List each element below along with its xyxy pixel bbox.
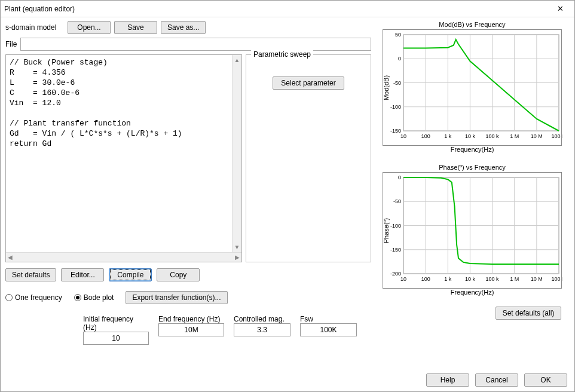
one-frequency-radio[interactable]: One frequency [5, 293, 62, 302]
code-editor[interactable]: // Buck (Power stage) R = 4.356 L = 30.0… [5, 54, 242, 262]
svg-text:-100: -100 [390, 104, 401, 110]
magnitude-chart: Mod(dB) 101001 k10 k100 k1 M10 M100 M500… [383, 29, 562, 146]
svg-text:100 M: 100 M [551, 133, 562, 139]
svg-text:0: 0 [398, 174, 401, 180]
svg-text:100 k: 100 k [486, 276, 500, 282]
svg-text:-200: -200 [390, 271, 401, 277]
bode-plot-label: Bode plot [84, 293, 114, 302]
svg-text:100 M: 100 M [551, 276, 562, 282]
left-panel: s-domain model Open... Save Save as... F… [5, 21, 371, 364]
save-button[interactable]: Save [114, 21, 157, 34]
controlled-mag-label: Controlled mag. [234, 315, 290, 323]
svg-text:1 M: 1 M [510, 133, 519, 139]
initial-frequency-field: Initial frequency (Hz) [83, 315, 149, 345]
svg-text:10: 10 [400, 276, 406, 282]
svg-text:100: 100 [421, 133, 430, 139]
svg-text:-50: -50 [393, 80, 401, 86]
set-defaults-button[interactable]: Set defaults [5, 268, 56, 281]
copy-button[interactable]: Copy [157, 268, 200, 281]
open-button[interactable]: Open... [68, 21, 111, 34]
svg-text:0: 0 [398, 56, 401, 62]
file-label: File [5, 40, 17, 48]
magnitude-chart-title: Mod(dB) vs Frequency [377, 21, 567, 28]
magnitude-chart-xlabel: Frequency(Hz) [377, 146, 567, 153]
bode-plot-radio[interactable]: Bode plot [74, 293, 114, 302]
export-tf-button[interactable]: Export transfer function(s)... [126, 291, 227, 304]
initial-frequency-input[interactable] [83, 332, 149, 345]
initial-frequency-label: Initial frequency (Hz) [83, 315, 149, 332]
domain-label: s-domain model [5, 23, 64, 32]
svg-text:-150: -150 [390, 247, 401, 253]
svg-text:10 k: 10 k [465, 276, 476, 282]
end-frequency-input[interactable] [158, 323, 224, 336]
radio-dot-icon [5, 294, 13, 301]
ok-button[interactable]: OK [524, 373, 567, 387]
svg-text:10: 10 [400, 133, 406, 139]
mode-row: One frequency Bode plot Export transfer … [5, 291, 371, 304]
window: Plant (equation editor) ✕ s-domain model… [0, 0, 575, 392]
editor-buttons-row: Set defaults Editor... Compile Copy [5, 268, 371, 281]
radio-dot-icon [74, 294, 81, 301]
close-icon[interactable]: ✕ [549, 2, 571, 16]
svg-text:100: 100 [421, 276, 430, 282]
svg-text:50: 50 [395, 32, 401, 38]
magnitude-chart-block: Mod(dB) vs Frequency Mod(dB) 101001 k10 … [377, 21, 567, 153]
file-path-input[interactable] [20, 38, 371, 51]
one-frequency-label: One frequency [15, 293, 62, 302]
fsw-label: Fsw [300, 315, 357, 323]
frequency-fields-row: Initial frequency (Hz) End frequency (Hz… [5, 315, 371, 345]
controlled-mag-input[interactable] [234, 323, 290, 336]
fsw-input[interactable] [300, 323, 357, 336]
scrollbar-horizontal[interactable]: ◀▶ [6, 252, 241, 262]
end-frequency-label: End frequency (Hz) [158, 315, 224, 323]
help-button[interactable]: Help [426, 373, 469, 387]
phase-chart-ylabel: Phase(º) [383, 218, 390, 243]
phase-chart-xlabel: Frequency(Hz) [377, 289, 567, 296]
editor-row: // Buck (Power stage) R = 4.356 L = 30.0… [5, 54, 371, 262]
cancel-button[interactable]: Cancel [475, 373, 518, 387]
scrollbar-vertical[interactable]: ▲▼ [232, 55, 241, 252]
svg-text:1 M: 1 M [510, 276, 519, 282]
saveas-button[interactable]: Save as... [161, 21, 206, 34]
window-title: Plant (equation editor) [4, 5, 549, 13]
svg-text:1 k: 1 k [444, 276, 452, 282]
phase-chart-block: Phase(º) vs Frequency Phase(º) 101001 k1… [377, 164, 567, 296]
svg-text:10 k: 10 k [465, 133, 476, 139]
compile-button[interactable]: Compile [109, 268, 152, 281]
phase-chart: Phase(º) 101001 k10 k100 k1 M10 M100 M0-… [383, 172, 562, 289]
top-toolbar: s-domain model Open... Save Save as... [5, 21, 371, 34]
file-row: File [5, 38, 371, 51]
parametric-sweep-legend: Parametric sweep [251, 50, 313, 59]
controlled-mag-field: Controlled mag. [234, 315, 290, 345]
svg-text:-150: -150 [390, 128, 401, 134]
titlebar: Plant (equation editor) ✕ [1, 1, 574, 17]
phase-chart-title: Phase(º) vs Frequency [377, 164, 567, 171]
parametric-sweep-group: Parametric sweep Select parameter [246, 54, 371, 262]
editor-button[interactable]: Editor... [61, 268, 104, 281]
phase-chart-svg: 101001 k10 k100 k1 M10 M100 M0-50-100-15… [383, 173, 562, 289]
svg-text:10 M: 10 M [531, 133, 543, 139]
client-area: s-domain model Open... Save Save as... F… [1, 17, 574, 369]
select-parameter-button[interactable]: Select parameter [273, 76, 344, 90]
magnitude-chart-ylabel: Mod(dB) [383, 75, 390, 100]
code-text[interactable]: // Buck (Power stage) R = 4.356 L = 30.0… [6, 55, 241, 252]
svg-text:1 k: 1 k [444, 133, 452, 139]
svg-text:100 k: 100 k [486, 133, 500, 139]
magnitude-chart-svg: 101001 k10 k100 k1 M10 M100 M500-50-100-… [383, 30, 562, 146]
end-frequency-field: End frequency (Hz) [158, 315, 224, 345]
footer-buttons: Help Cancel OK [1, 369, 574, 391]
svg-text:10 M: 10 M [531, 276, 543, 282]
fsw-field: Fsw [300, 315, 357, 345]
right-panel: Mod(dB) vs Frequency Mod(dB) 101001 k10 … [375, 21, 570, 364]
set-defaults-all-button[interactable]: Set defaults (all) [496, 307, 561, 320]
svg-text:-50: -50 [393, 198, 401, 204]
svg-text:-100: -100 [390, 223, 401, 229]
